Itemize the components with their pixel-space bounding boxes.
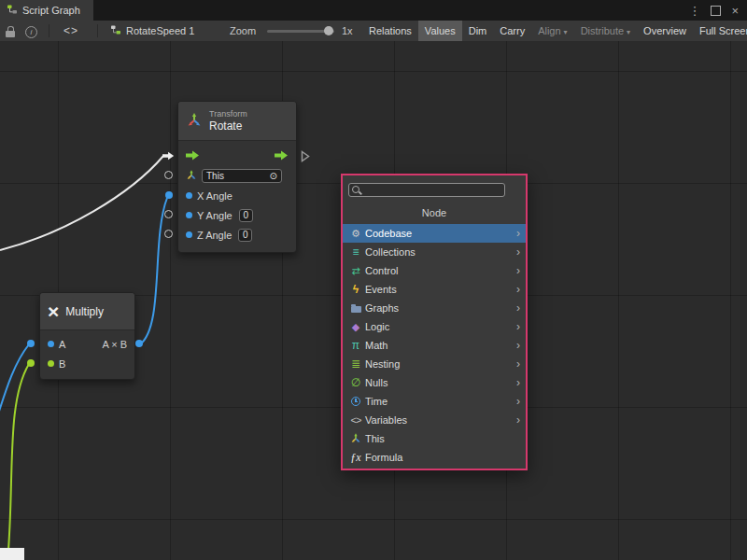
finder-item-logic[interactable]: ◆ Logic › (343, 317, 526, 336)
control-flow-icon: ⇄ (348, 265, 363, 277)
this-row: This ⊙ (178, 166, 296, 186)
graph-breadcrumb[interactable]: RotateSpeed 1 (110, 21, 194, 41)
finder-item-variables[interactable]: <> Variables › (343, 411, 526, 429)
carry-button[interactable]: Carry (493, 21, 531, 41)
window-controls: ⋮ × (688, 0, 747, 21)
tab-script-graph[interactable]: Script Graph (0, 0, 93, 21)
code-preview-button[interactable]: <> (63, 24, 78, 37)
toolbar-divider (49, 24, 49, 37)
search-input[interactable] (348, 183, 505, 197)
target-picker-icon[interactable]: ⊙ (270, 171, 277, 181)
wire-arrowhead (162, 151, 175, 162)
maximize-icon[interactable] (711, 6, 721, 16)
node-titles: Transform Rotate (209, 109, 247, 133)
graph-toolbar: <> RotateSpeed 1 Zoom 1x Relations Value… (0, 21, 747, 42)
dim-button[interactable]: Dim (462, 21, 494, 41)
port-label: A (59, 339, 65, 350)
graph-canvas[interactable]: Transform Rotate (0, 41, 747, 560)
lightning-icon: ϟ (348, 283, 363, 296)
zoom-slider-handle[interactable] (324, 26, 333, 35)
x-angle-port[interactable] (165, 191, 173, 199)
chevron-right-icon: › (516, 283, 520, 296)
lock-button[interactable] (6, 28, 15, 39)
exec-output-port[interactable] (275, 150, 289, 162)
distribute-button[interactable]: Distribute▾ (574, 21, 637, 41)
multiply-a-port[interactable] (27, 340, 35, 347)
exec-input-port[interactable] (186, 150, 200, 162)
finder-item-collections[interactable]: ≡ Collections › (343, 243, 526, 261)
multiply-icon: × (48, 301, 59, 321)
finder-item-events[interactable]: ϟ Events › (343, 280, 526, 299)
info-button[interactable] (25, 25, 37, 38)
finder-item-nesting[interactable]: ≣ Nesting › (343, 355, 526, 373)
port-label: B (59, 358, 65, 370)
kebab-menu-icon[interactable]: ⋮ (688, 4, 700, 18)
multiply-output-port[interactable] (135, 340, 143, 347)
folder-icon (348, 304, 363, 313)
z-angle-port[interactable] (164, 230, 173, 238)
transform-axes-icon (186, 170, 197, 183)
wire-into-b (7, 364, 29, 560)
chevron-right-icon: › (516, 264, 520, 277)
relations-button[interactable]: Relations (362, 21, 418, 41)
finder-list: ⚙ Codebase › ≡ Collections › ⇄ Control ›… (343, 224, 526, 467)
wire-multiply-to-xangle (140, 198, 167, 344)
node-header[interactable]: Transform Rotate (178, 102, 296, 141)
port-row-z-angle: Z Angle 0 (178, 225, 296, 245)
stack-icon: ≣ (348, 357, 363, 371)
finder-item-this[interactable]: This (343, 429, 526, 448)
multiply-b-port[interactable] (27, 359, 35, 367)
port-label: X Angle (197, 190, 233, 202)
chevron-right-icon: › (516, 339, 520, 352)
node-transform-rotate[interactable]: Transform Rotate (177, 101, 297, 253)
tab-title: Script Graph (22, 5, 80, 16)
graph-name: RotateSpeed 1 (126, 25, 194, 36)
float-type-icon (48, 341, 54, 347)
z-angle-input[interactable]: 0 (238, 229, 252, 242)
output-port-label: A × B (102, 339, 127, 350)
finder-item-time[interactable]: Time › (343, 392, 526, 411)
node-body: A A × B B (40, 330, 134, 379)
this-port[interactable] (164, 171, 173, 179)
value-type-icon (48, 360, 54, 367)
this-target-field[interactable]: This ⊙ (202, 169, 282, 183)
this-icon (348, 433, 363, 444)
list-icon: ≡ (348, 245, 363, 259)
graph-asset-icon (110, 24, 121, 37)
port-row-y-angle: Y Angle 0 (178, 205, 296, 225)
port-row-x-angle: X Angle (178, 186, 296, 205)
finder-item-control[interactable]: ⇄ Control › (343, 261, 526, 280)
zoom-label: Zoom (230, 21, 256, 41)
y-angle-port[interactable] (164, 210, 173, 218)
y-angle-input[interactable]: 0 (239, 209, 253, 222)
offscreen-node-fragment[interactable] (0, 548, 24, 560)
finder-item-formula[interactable]: ƒx Formula (343, 448, 526, 467)
node-multiply[interactable]: × Multiply A A × B B (39, 292, 135, 380)
chevron-right-icon: › (516, 413, 520, 427)
finder-item-codebase[interactable]: ⚙ Codebase › (343, 224, 526, 243)
finder-item-nulls[interactable]: ∅ Nulls › (343, 373, 526, 392)
values-button[interactable]: Values (418, 21, 462, 41)
align-button[interactable]: Align▾ (531, 21, 573, 41)
chevron-down-icon: ▾ (627, 28, 630, 36)
formula-icon: ƒx (348, 451, 363, 465)
exec-row (178, 147, 296, 166)
fullscreen-button[interactable]: Full Screen (693, 21, 747, 41)
info-icon (25, 26, 37, 38)
transform-axes-icon (186, 112, 203, 131)
gear-icon: ⚙ (348, 228, 363, 240)
finder-item-math[interactable]: π Math › (343, 336, 526, 355)
port-label: Z Angle (197, 230, 232, 241)
tab-bar: Script Graph ⋮ × (0, 0, 747, 21)
node-header[interactable]: × Multiply (40, 293, 134, 330)
chevron-right-icon: › (516, 376, 520, 389)
overview-button[interactable]: Overview (637, 21, 693, 41)
lock-icon (6, 31, 15, 37)
finder-header: Node (343, 207, 526, 218)
float-type-icon (186, 212, 192, 218)
node-category: Transform (209, 109, 247, 119)
pi-icon: π (348, 339, 363, 352)
close-icon[interactable]: × (731, 4, 739, 18)
finder-item-graphs[interactable]: Graphs › (343, 299, 526, 317)
port-row-a: A A × B (40, 334, 134, 354)
